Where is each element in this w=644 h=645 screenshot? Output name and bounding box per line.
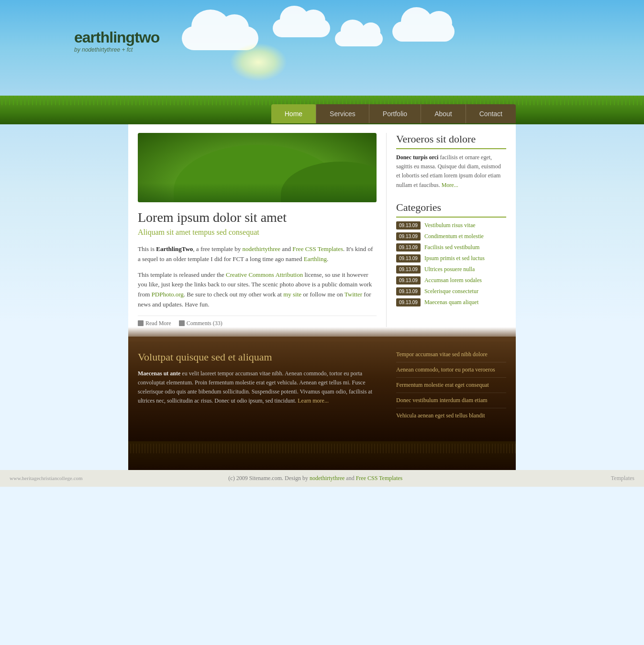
cat-link[interactable]: Vestibulum risus vitae xyxy=(424,222,476,229)
sidebar: Veroeros sit dolore Donec turpis orci fa… xyxy=(387,133,506,327)
main-nav: Home Services Portfolio About Contact xyxy=(128,104,516,123)
sidebar-veroeros: Veroeros sit dolore Donec turpis orci fa… xyxy=(396,133,506,190)
veroeros-more-link[interactable]: More... xyxy=(442,182,458,188)
cat-link[interactable]: Facilisis sed vestibulum xyxy=(424,244,479,251)
post-body-1: This is EarthlingTwo, a free template by… xyxy=(138,244,377,264)
comments-icon xyxy=(179,320,185,326)
bottom-link-item[interactable]: Fermentum molestie erat eget consequat xyxy=(396,382,506,393)
readmore-icon xyxy=(138,320,144,326)
bottom-text: Maecenas ut ante eu velit laoreet tempor… xyxy=(138,369,377,406)
cloud-decoration-3 xyxy=(335,31,383,46)
content-wrapper: Lorem ipsum dolor sit amet Aliquam sit a… xyxy=(128,123,516,337)
cat-date: 09.13.09 xyxy=(396,254,421,262)
cat-date: 09.13.09 xyxy=(396,243,421,251)
sidebar-categories: Categories 09.13.09 Vestibulum risus vit… xyxy=(396,201,506,306)
featured-image xyxy=(138,133,377,202)
bottom-right: Tempor accumsan vitae sed nibh doloreAen… xyxy=(387,351,506,427)
bottom-bold: Maecenas ut ante xyxy=(138,370,180,377)
post-link-nodethirty[interactable]: nodethirtythree xyxy=(243,245,280,252)
category-item: 09.13.09 Condimentum et molestie xyxy=(396,232,506,241)
post-body-text-1b: , a free template by xyxy=(193,245,242,252)
post-meta-comments: Comments (33) xyxy=(179,320,222,327)
category-item: 09.13.09 Scelerisque consectetur xyxy=(396,287,506,295)
footer-templates: Templates xyxy=(548,475,634,482)
category-item: 09.13.09 Vestibulum risus vitae xyxy=(396,221,506,230)
veroeros-title: Veroeros sit dolore xyxy=(396,133,506,149)
bottom-link-item[interactable]: Donec vestibulum interdum diam etiam xyxy=(396,397,506,408)
category-item: 09.13.09 Ipsum primis et sed luctus xyxy=(396,254,506,262)
cat-link[interactable]: Maecenas quam aliquet xyxy=(424,299,478,306)
cat-link[interactable]: Accumsan lorem sodales xyxy=(424,277,482,284)
footer: www.heritagechristiancollege.com (c) 200… xyxy=(0,470,644,487)
bottom-left: Volutpat quisque sed et aliquam Maecenas… xyxy=(138,351,387,427)
cat-date: 09.13.09 xyxy=(396,276,421,284)
bottom-link-item[interactable]: Vehicula aenean eget sed tellus blandit xyxy=(396,412,506,423)
veroeros-text: Donec turpis orci facilisis et ornare eg… xyxy=(396,153,506,190)
veroeros-bold: Donec turpis orci xyxy=(396,154,438,161)
categories-list: 09.13.09 Vestibulum risus vitae 09.13.09… xyxy=(396,221,506,306)
category-item: 09.13.09 Maecenas quam aliquet xyxy=(396,298,506,306)
bottom-links: Tempor accumsan vitae sed nibh doloreAen… xyxy=(396,351,506,423)
cat-link[interactable]: Ultrices posuere nulla xyxy=(424,266,475,273)
categories-title: Categories xyxy=(396,201,506,218)
nav-about[interactable]: About xyxy=(421,104,466,123)
cat-date: 09.13.09 xyxy=(396,232,421,241)
cat-link[interactable]: Ipsum primis et sed luctus xyxy=(424,255,485,262)
footer-small: www.heritagechristiancollege.com xyxy=(10,475,83,481)
bottom-learn-more[interactable]: Learn more... xyxy=(298,397,329,404)
post-link-earthling[interactable]: Earthling xyxy=(304,255,327,262)
post-meta-readmore: Read More xyxy=(138,320,171,327)
post-link-cc[interactable]: Creative Commons Attribution xyxy=(226,271,303,278)
post-subtitle: Aliquam sit amet tempus sed consequat xyxy=(138,228,377,237)
footer-center: (c) 2009 Sitename.com. Design by nodethi… xyxy=(228,475,402,482)
comments-link[interactable]: Comments (33) xyxy=(187,320,222,327)
site-logo: earthlingtwo by nodethirtythree + fct xyxy=(74,29,159,53)
bottom-section: Volutpat quisque sed et aliquam Maecenas… xyxy=(128,337,516,441)
nav-contact[interactable]: Contact xyxy=(466,104,516,123)
cloud-decoration-4 xyxy=(392,22,455,42)
post-brand: EarthlingTwo xyxy=(156,245,193,252)
cloud-decoration-2 xyxy=(273,19,330,37)
bottom-title: Volutpat quisque sed et aliquam xyxy=(138,351,377,363)
site-title: earthlingtwo xyxy=(74,29,159,46)
nav-portfolio[interactable]: Portfolio xyxy=(369,104,421,123)
cat-link[interactable]: Scelerisque consectetur xyxy=(424,288,478,295)
category-item: 09.13.09 Facilisis sed vestibulum xyxy=(396,243,506,251)
category-item: 09.13.09 Ultrices posuere nulla xyxy=(396,265,506,273)
category-item: 09.13.09 Accumsan lorem sodales xyxy=(396,276,506,284)
post-body-text-1: This is xyxy=(138,245,156,252)
post-link-twitter[interactable]: Twitter xyxy=(344,291,362,298)
read-more-link[interactable]: Read More xyxy=(145,320,171,327)
site-subtitle: by nodethirtythree + fct xyxy=(74,46,159,53)
cat-date: 09.13.09 xyxy=(396,287,421,295)
cat-date: 09.13.09 xyxy=(396,265,421,273)
post-meta: Read More Comments (33) xyxy=(138,316,377,327)
post-body-2: This template is released under the Crea… xyxy=(138,270,377,310)
sun-glow xyxy=(230,43,287,81)
footer-link-nodethirty[interactable]: nodethirtythree xyxy=(310,475,344,481)
cat-link[interactable]: Condimentum et molestie xyxy=(424,233,484,240)
bottom-link-item[interactable]: Aenean commodo, tortor eu porta veroeros xyxy=(396,366,506,378)
post-link-pdphoto[interactable]: PDPhoto.org xyxy=(152,291,184,298)
post-title: Lorem ipsum dolor sit amet xyxy=(138,210,377,225)
post-link-mysite[interactable]: my site xyxy=(283,291,301,298)
nav-home[interactable]: Home xyxy=(271,104,316,123)
footer-link-freecss[interactable]: Free CSS Templates xyxy=(356,475,403,481)
post-link-freecss[interactable]: Free CSS Templates xyxy=(292,245,343,252)
nav-services[interactable]: Services xyxy=(316,104,369,123)
main-content: Lorem ipsum dolor sit amet Aliquam sit a… xyxy=(138,133,387,327)
soil-decoration xyxy=(128,441,516,470)
cat-date: 09.13.09 xyxy=(396,298,421,306)
bottom-link-item[interactable]: Tempor accumsan vitae sed nibh dolore xyxy=(396,351,506,362)
cat-date: 09.13.09 xyxy=(396,221,421,230)
